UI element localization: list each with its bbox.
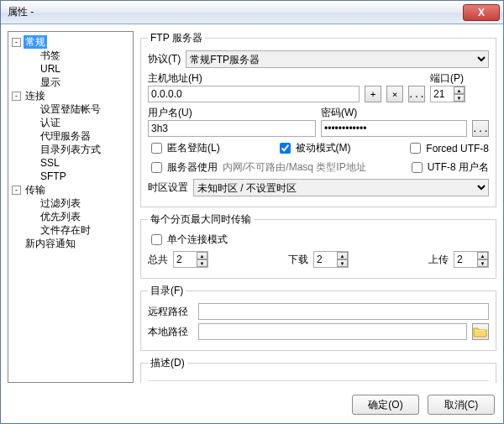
right-panel: FTP 服务器 协议(T) 常规FTP服务器 主机地址(H) + × ...: [140, 31, 496, 383]
total-label: 总共: [148, 253, 168, 267]
browse-folder-button[interactable]: [472, 323, 489, 340]
expand-toggle-icon[interactable]: -: [12, 92, 21, 101]
upload-stepper[interactable]: ▲▼: [454, 251, 489, 268]
local-path-label: 本地路径: [148, 325, 193, 339]
host-remove-button[interactable]: ×: [386, 86, 403, 102]
transfer-legend: 每个分页最大同时传输: [148, 212, 254, 227]
password-label: 密码(W): [321, 107, 357, 118]
ftp-server-legend: FTP 服务器: [148, 31, 205, 45]
remote-path-input[interactable]: [198, 303, 489, 320]
tree-node-auth[interactable]: 认证: [10, 116, 131, 129]
tree-node-login[interactable]: 设置登陆帐号: [10, 102, 131, 116]
local-path-input[interactable]: [198, 323, 467, 340]
spin-down-icon[interactable]: ▼: [337, 259, 348, 267]
tree-node-connection[interactable]: -连接: [10, 89, 131, 102]
passive-checkbox[interactable]: [280, 143, 291, 154]
close-icon: X: [478, 7, 485, 18]
anonymous-checkbox[interactable]: [151, 143, 162, 154]
spin-up-icon[interactable]: ▲: [477, 252, 488, 259]
ftp-server-group: FTP 服务器 协议(T) 常规FTP服务器 主机地址(H) + × ...: [140, 31, 496, 207]
username-input[interactable]: [148, 120, 316, 137]
download-label: 下载: [288, 253, 308, 267]
spin-down-icon[interactable]: ▼: [197, 259, 207, 267]
dialog-footer: 确定(O) 取消(C): [1, 390, 503, 423]
spin-up-icon[interactable]: ▲: [337, 252, 348, 259]
tree-node-exists[interactable]: 文件存在时: [10, 223, 131, 237]
close-button[interactable]: X: [463, 4, 500, 21]
single-conn-label: 单个连接模式: [167, 233, 228, 247]
window-title: 属性 -: [8, 5, 463, 19]
host-more-button[interactable]: ...: [408, 86, 425, 102]
spin-up-icon[interactable]: ▲: [454, 86, 465, 94]
utf8user-label: UTF-8 用户名: [428, 160, 489, 175]
upload-label: 上传: [428, 253, 449, 267]
remote-path-label: 远程路径: [148, 305, 193, 319]
path-group: 目录(F) 远程路径 本地路径: [140, 284, 496, 351]
password-input[interactable]: [321, 120, 467, 137]
utf8user-checkbox[interactable]: [412, 162, 423, 173]
titlebar: 属性 - X: [1, 1, 503, 24]
protocol-label: 协议(T): [148, 52, 181, 66]
nav-tree[interactable]: -常规 书签 URL 显示 -连接 设置登陆帐号 认证 代理服务器 目录列表方式…: [8, 31, 134, 383]
tree-node-proxy[interactable]: 代理服务器: [10, 129, 131, 143]
description-group: 描述(D): [140, 356, 496, 383]
tree-node-bookmark[interactable]: 书签: [10, 49, 131, 62]
host-input[interactable]: [148, 86, 360, 102]
tree-node-ssl[interactable]: SSL: [10, 156, 131, 170]
host-add-button[interactable]: +: [365, 86, 381, 102]
tree-node-filter[interactable]: 过滤列表: [10, 196, 131, 210]
transfer-group: 每个分页最大同时传输 单个连接模式 总共 ▲▼ 下载 ▲▼ 上传 ▲▼: [140, 212, 496, 279]
masq-text: 内网/不可路由/Masq 类型IP地址: [223, 160, 366, 175]
forced-utf8-checkbox[interactable]: [410, 143, 421, 154]
timezone-select[interactable]: 未知时区 / 不设置时区: [193, 179, 489, 196]
anonymous-label: 匿名登陆(L): [167, 141, 220, 155]
single-conn-checkbox[interactable]: [151, 234, 162, 245]
description-legend: 描述(D): [148, 356, 187, 370]
tree-node-general[interactable]: -常规: [10, 35, 131, 49]
passive-label: 被动模式(M): [296, 141, 351, 155]
plus-icon: +: [370, 89, 376, 100]
cancel-button[interactable]: 取消(C): [428, 395, 495, 415]
tree-node-sftp[interactable]: SFTP: [10, 170, 131, 183]
dots-icon: ...: [408, 89, 425, 100]
timezone-label: 时区设置: [148, 181, 188, 195]
port-label: 端口(P): [430, 72, 464, 84]
tree-node-display[interactable]: 显示: [10, 76, 131, 89]
divider: [148, 380, 489, 381]
folder-icon: [473, 325, 488, 338]
port-stepper[interactable]: ▲▼: [430, 86, 465, 102]
properties-dialog: 属性 - X -常规 书签 URL 显示 -连接 设置登陆帐号 认证 代理服务器…: [0, 0, 504, 424]
password-more-button[interactable]: ...: [472, 120, 489, 137]
tree-node-url[interactable]: URL: [10, 62, 131, 76]
path-legend: 目录(F): [148, 284, 186, 298]
dots-icon: ...: [472, 123, 489, 134]
host-label: 主机地址(H): [148, 72, 202, 84]
forced-utf8-label: Forced UTF-8: [426, 143, 489, 154]
spin-up-icon[interactable]: ▲: [197, 252, 207, 259]
masq-checkbox[interactable]: [151, 162, 162, 173]
masq-cb-label: 服务器使用: [167, 160, 218, 175]
tree-node-priority[interactable]: 优先列表: [10, 210, 131, 223]
download-stepper[interactable]: ▲▼: [313, 251, 349, 268]
spin-down-icon[interactable]: ▼: [454, 94, 465, 102]
tree-node-notify[interactable]: 新内容通知: [10, 237, 131, 250]
spin-down-icon[interactable]: ▼: [477, 259, 488, 267]
username-label: 用户名(U): [148, 107, 192, 118]
x-icon: ×: [392, 89, 398, 100]
tree-node-transfer[interactable]: -传输: [10, 183, 131, 196]
expand-toggle-icon[interactable]: -: [12, 38, 21, 47]
total-stepper[interactable]: ▲▼: [173, 251, 208, 268]
protocol-select[interactable]: 常规FTP服务器: [186, 50, 489, 68]
expand-toggle-icon[interactable]: -: [12, 186, 21, 195]
dialog-body: -常规 书签 URL 显示 -连接 设置登陆帐号 认证 代理服务器 目录列表方式…: [1, 24, 503, 390]
ok-button[interactable]: 确定(O): [352, 395, 419, 415]
tree-node-dirlist[interactable]: 目录列表方式: [10, 143, 131, 156]
